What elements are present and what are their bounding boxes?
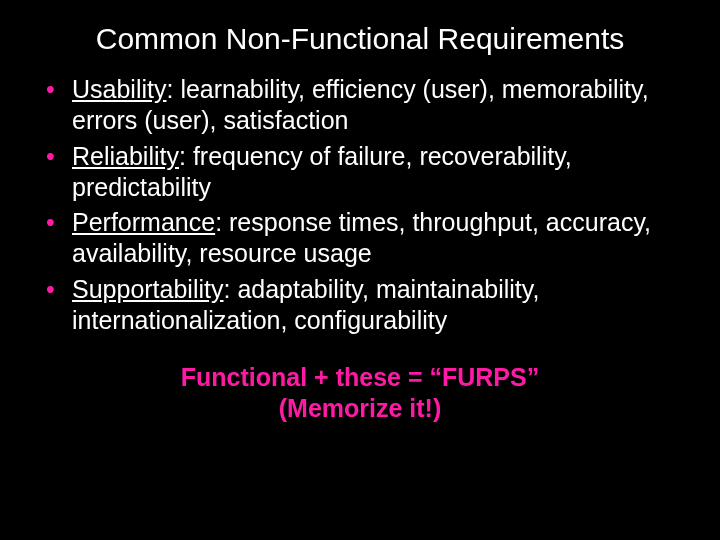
bullet-term: Usability xyxy=(72,75,166,103)
footer-line-2: (Memorize it!) xyxy=(38,393,682,424)
footer-callout: Functional + these = “FURPS” (Memorize i… xyxy=(38,362,682,425)
bullet-list: Usability: learnability, efficiency (use… xyxy=(38,74,682,336)
slide-title: Common Non-Functional Requirements xyxy=(0,0,720,74)
list-item: Performance: response times, throughput,… xyxy=(38,207,682,270)
list-item: Reliability: frequency of failure, recov… xyxy=(38,141,682,204)
bullet-term: Supportability xyxy=(72,275,223,303)
bullet-term: Reliability xyxy=(72,142,179,170)
slide: Common Non-Functional Requirements Usabi… xyxy=(0,0,720,540)
list-item: Supportability: adaptability, maintainab… xyxy=(38,274,682,337)
bullet-term: Performance xyxy=(72,208,215,236)
list-item: Usability: learnability, efficiency (use… xyxy=(38,74,682,137)
footer-line-1: Functional + these = “FURPS” xyxy=(38,362,682,393)
slide-content: Usability: learnability, efficiency (use… xyxy=(0,74,720,425)
